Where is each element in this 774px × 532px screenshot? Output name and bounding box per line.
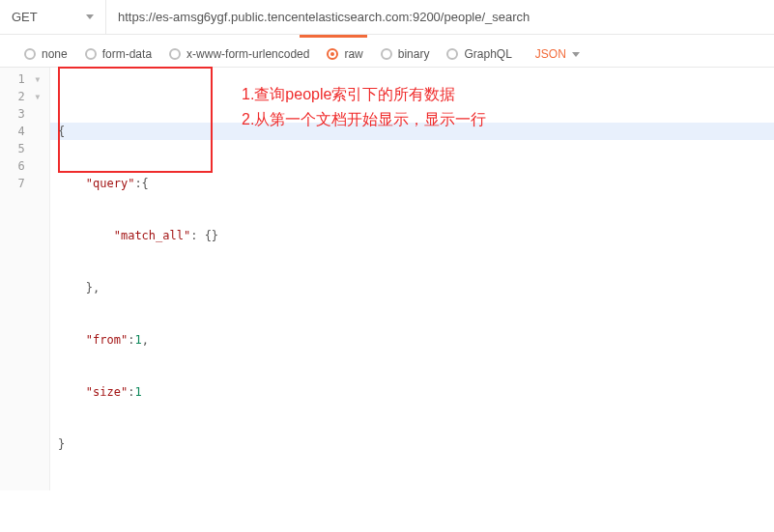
body-type-xwww[interactable]: x-www-form-urlencoded — [169, 47, 309, 61]
body-type-form-data[interactable]: form-data — [85, 47, 152, 61]
chevron-down-icon — [86, 14, 94, 19]
body-type-row: none form-data x-www-form-urlencoded raw… — [0, 38, 774, 67]
http-method-value: GET — [12, 10, 38, 24]
url-input[interactable] — [106, 0, 774, 34]
body-type-graphql[interactable]: GraphQL — [446, 47, 511, 61]
request-bar: GET — [0, 0, 774, 35]
line-gutter: 1 ▾ 2 ▾ 3 4 5 6 7 — [0, 68, 50, 490]
body-type-none[interactable]: none — [24, 47, 68, 61]
body-type-raw[interactable]: raw — [327, 47, 362, 61]
content-type-dropdown[interactable]: JSON — [535, 47, 580, 61]
body-type-binary[interactable]: binary — [381, 47, 430, 61]
http-method-dropdown[interactable]: GET — [0, 0, 106, 34]
request-body-editor[interactable]: 1 ▾ 2 ▾ 3 4 5 6 7 { "query":{ "match_all… — [0, 67, 774, 490]
chevron-down-icon — [572, 52, 580, 57]
